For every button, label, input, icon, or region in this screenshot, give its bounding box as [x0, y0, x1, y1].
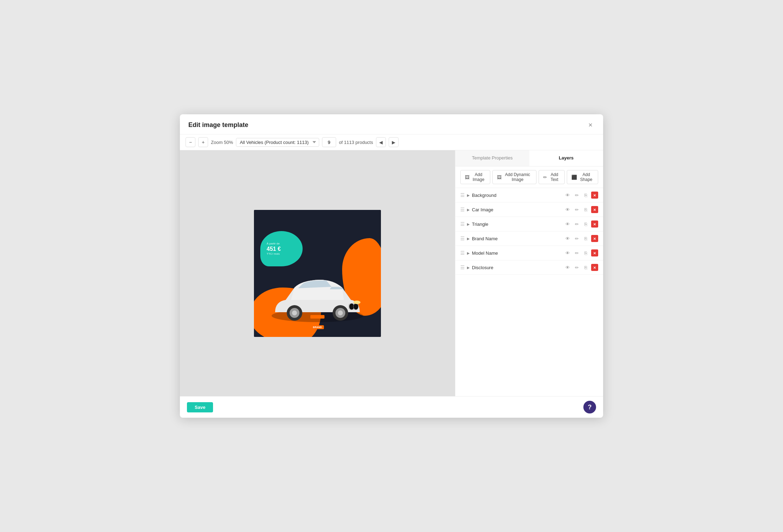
layer-controls: 👁 ✏ ⎘ ×	[564, 191, 598, 199]
layer-edit-button[interactable]: ✏	[573, 249, 581, 257]
drag-handle-icon[interactable]: ☰	[460, 265, 465, 270]
layer-name: Car Image	[472, 207, 562, 212]
add-shape-icon: ⬛	[571, 175, 577, 180]
layer-copy-button[interactable]: ⎘	[582, 235, 590, 242]
add-shape-label: Add Shape	[579, 172, 594, 182]
layer-visibility-button[interactable]: 👁	[564, 191, 571, 199]
drag-handle-icon[interactable]: ☰	[460, 221, 465, 227]
table-row: ☰ ▶ Triangle 👁 ✏ ⎘ ×	[455, 217, 603, 231]
page-input[interactable]	[322, 137, 336, 147]
canvas-area: À partir de 451 € TTC/ mois	[180, 150, 455, 396]
layer-delete-button[interactable]: ×	[591, 192, 598, 199]
layer-name: Model Name	[472, 250, 562, 256]
modal-footer: Save ?	[180, 396, 603, 418]
add-text-button[interactable]: ✏ Add Text	[539, 170, 565, 184]
layer-controls: 👁 ✏ ⎘ ×	[564, 220, 598, 228]
add-text-icon: ✏	[543, 175, 547, 180]
close-button[interactable]: ×	[586, 121, 595, 129]
layer-edit-button[interactable]: ✏	[573, 191, 581, 199]
layers-list: ☰ ▶ Background 👁 ✏ ⎘ × ☰ ▶ Car Image �	[455, 188, 603, 396]
svg-point-6	[338, 310, 343, 315]
speech-bubble: À partir de 451 € TTC/ mois	[260, 231, 303, 266]
table-row: ☰ ▶ Background 👁 ✏ ⎘ ×	[455, 188, 603, 202]
svg-point-9	[353, 303, 358, 310]
layer-name: Disclosure	[472, 265, 562, 270]
layer-copy-button[interactable]: ⎘	[582, 220, 590, 228]
add-dynamic-image-button[interactable]: 🖼 Add Dynamic Image	[492, 170, 536, 184]
table-row: ☰ ▶ Disclosure 👁 ✏ ⎘ ×	[455, 260, 603, 275]
add-dynamic-image-label: Add Dynamic Image	[503, 172, 532, 182]
layer-visibility-button[interactable]: 👁	[564, 264, 571, 271]
zoom-out-icon: −	[189, 139, 192, 145]
add-shape-button[interactable]: ⬛ Add Shape	[567, 170, 598, 184]
layer-visibility-button[interactable]: 👁	[564, 249, 571, 257]
car-image	[268, 270, 367, 330]
layer-edit-button[interactable]: ✏	[573, 235, 581, 242]
ad-per-month: TTC/ mois	[267, 252, 280, 255]
of-products-label: of 1113 products	[339, 140, 373, 145]
ad-price: 451 €	[267, 246, 281, 252]
add-dynamic-image-icon: 🖼	[497, 175, 502, 180]
table-row: ☰ ▶ Model Name 👁 ✏ ⎘ ×	[455, 246, 603, 260]
zoom-out-button[interactable]: −	[186, 137, 195, 147]
layer-delete-button[interactable]: ×	[591, 235, 598, 242]
layer-controls: 👁 ✏ ⎘ ×	[564, 235, 598, 242]
svg-point-10	[353, 301, 360, 304]
add-image-label: Add Image	[471, 172, 486, 182]
add-image-icon: 🖼	[465, 175, 469, 180]
expand-arrow-icon[interactable]: ▶	[467, 222, 470, 226]
table-row: ☰ ▶ Car Image 👁 ✏ ⎘ ×	[455, 202, 603, 217]
layer-controls: 👁 ✏ ⎘ ×	[564, 264, 598, 271]
drag-handle-icon[interactable]: ☰	[460, 236, 465, 241]
save-button[interactable]: Save	[187, 402, 213, 412]
nav-last-button[interactable]: ▶	[389, 137, 399, 147]
layer-copy-button[interactable]: ⎘	[582, 206, 590, 213]
add-image-button[interactable]: 🖼 Add Image	[460, 170, 490, 184]
tab-layers[interactable]: Layers	[529, 150, 603, 166]
nav-first-icon: ◀	[379, 140, 383, 145]
drag-handle-icon[interactable]: ☰	[460, 192, 465, 198]
expand-arrow-icon[interactable]: ▶	[467, 266, 470, 270]
expand-arrow-icon[interactable]: ▶	[467, 237, 470, 241]
layer-copy-button[interactable]: ⎘	[582, 264, 590, 271]
modal-title: Edit image template	[188, 121, 248, 129]
layer-edit-button[interactable]: ✏	[573, 264, 581, 271]
expand-arrow-icon[interactable]: ▶	[467, 193, 470, 197]
toolbar: − + Zoom 50% All Vehicles (Product count…	[180, 134, 603, 150]
layer-delete-button[interactable]: ×	[591, 249, 598, 256]
layer-name: Brand Name	[472, 236, 562, 241]
layer-delete-button[interactable]: ×	[591, 220, 598, 228]
layer-delete-button[interactable]: ×	[591, 206, 598, 213]
layer-visibility-button[interactable]: 👁	[564, 235, 571, 242]
layer-copy-button[interactable]: ⎘	[582, 191, 590, 199]
modal: Edit image template × − + Zoom 50% All V…	[180, 114, 603, 418]
modal-body: À partir de 451 € TTC/ mois	[180, 150, 603, 396]
tab-template-properties[interactable]: Template Properties	[455, 150, 529, 166]
modal-header: Edit image template ×	[180, 114, 603, 134]
expand-arrow-icon[interactable]: ▶	[467, 208, 470, 212]
layer-delete-button[interactable]: ×	[591, 264, 598, 271]
layer-visibility-button[interactable]: 👁	[564, 220, 571, 228]
panel-tabs: Template Properties Layers	[455, 150, 603, 167]
expand-arrow-icon[interactable]: ▶	[467, 251, 470, 255]
layer-edit-button[interactable]: ✏	[573, 220, 581, 228]
add-text-label: Add Text	[549, 172, 560, 182]
brand-logo: BRAND	[311, 325, 324, 329]
zoom-in-icon: +	[202, 139, 205, 145]
layer-name: Triangle	[472, 222, 562, 227]
layer-actions: 🖼 Add Image 🖼 Add Dynamic Image ✏ Add Te…	[455, 167, 603, 188]
layer-visibility-button[interactable]: 👁	[564, 206, 571, 213]
zoom-in-button[interactable]: +	[198, 137, 208, 147]
drag-handle-icon[interactable]: ☰	[460, 207, 465, 212]
layer-name: Background	[472, 193, 562, 198]
nav-last-icon: ▶	[392, 140, 395, 145]
zoom-level-label: Zoom 50%	[211, 140, 233, 145]
ad-preview: À partir de 451 € TTC/ mois	[254, 210, 381, 337]
nav-first-button[interactable]: ◀	[376, 137, 386, 147]
help-button[interactable]: ?	[583, 401, 596, 413]
product-dropdown[interactable]: All Vehicles (Product count: 1113)	[236, 138, 319, 147]
drag-handle-icon[interactable]: ☰	[460, 250, 465, 256]
table-row: ☰ ▶ Brand Name 👁 ✏ ⎘ ×	[455, 231, 603, 246]
layer-copy-button[interactable]: ⎘	[582, 249, 590, 257]
layer-edit-button[interactable]: ✏	[573, 206, 581, 213]
